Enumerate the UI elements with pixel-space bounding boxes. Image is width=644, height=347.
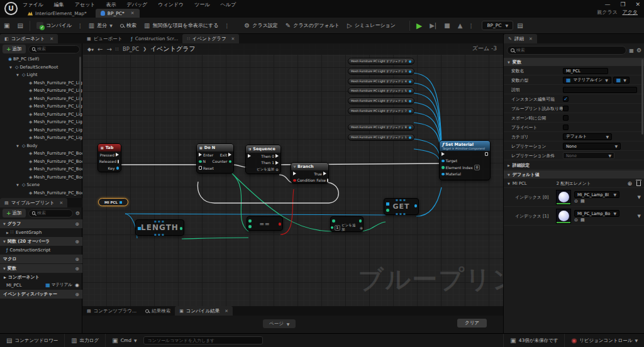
construction-script-item[interactable]: ƒ ConstructionScript <box>0 246 82 254</box>
cmd-dropdown[interactable]: ▣ Cmd▼ <box>106 334 143 347</box>
add-function-icon[interactable]: ⊕ <box>75 239 79 245</box>
browse-to-asset-icon[interactable]: ▤ <box>580 199 585 204</box>
exec-pin[interactable] <box>327 179 328 182</box>
variables-section-header[interactable]: ▼ 変数 ⊕ <box>0 264 82 273</box>
expose-on-spawn-checkbox[interactable] <box>563 115 569 121</box>
add-pin-icon[interactable]: ⊕ <box>360 226 363 230</box>
forward-arrow-icon[interactable]: → <box>106 46 111 53</box>
use-selected-icon[interactable]: ⊙ <box>574 199 578 204</box>
material-thumbnail[interactable] <box>556 209 571 224</box>
object-output-pin[interactable] <box>409 136 411 139</box>
close-icon[interactable]: ✕ <box>231 36 235 41</box>
details-search[interactable] <box>507 46 626 55</box>
variable-getter-node[interactable]: Mesh Furniture PC Light オブジェクト 2 <box>348 58 414 65</box>
tab-components[interactable]: ◧ コンポーネント✕ <box>0 34 58 43</box>
menu-asset[interactable]: アセット <box>75 1 96 8</box>
array-input-pin[interactable] <box>386 202 389 206</box>
material-asset-dropdown[interactable]: MI_PC_Lamp_Bo▼ <box>574 210 619 217</box>
exec-pin[interactable] <box>323 172 326 175</box>
close-tab-icon[interactable]: ✕ <box>131 11 135 16</box>
tab-details[interactable]: ✎ 詳細✕ <box>504 34 537 43</box>
int-pin[interactable] <box>199 160 202 163</box>
trash-icon[interactable] <box>636 181 641 186</box>
component-tree-item[interactable]: Mesh_Furniture_PC_Body_1 <box>0 150 82 158</box>
add-int-node[interactable]: 1 ピンを追加 ⊕ <box>330 216 364 232</box>
material-thumbnail[interactable] <box>556 190 571 205</box>
bool-output-pin[interactable] <box>279 223 282 226</box>
my-blueprint-search[interactable] <box>28 209 73 218</box>
add-variable-icon[interactable]: ⊕ <box>75 266 79 272</box>
chevron-down-icon[interactable]: ▼ <box>638 195 641 200</box>
expander-arrow-icon[interactable]: ▶ <box>6 231 9 234</box>
components-search-input[interactable] <box>37 47 76 52</box>
variable-type-dropdown[interactable]: ▦ マテリアルイン▼ <box>563 77 611 84</box>
parent-class-link[interactable]: アクタ <box>622 9 638 15</box>
tab-my-blueprint[interactable]: ▤ マイブループリント✕ <box>0 198 67 207</box>
int-input-pin-a[interactable] <box>248 219 252 223</box>
container-type-dropdown[interactable]: ▦▼ <box>613 77 630 84</box>
component-tree-item[interactable]: Mesh_Furniture_PC_Light_9 <box>0 134 82 142</box>
console-command-input[interactable] <box>143 336 263 344</box>
menu-help[interactable]: ヘルプ <box>221 1 236 8</box>
unsaved-assets-button[interactable]: ▣ 43個が未保存です <box>503 334 564 347</box>
class-defaults-button[interactable]: ✎ クラスのデフォルト <box>282 18 343 34</box>
set-material-node[interactable]: ƒ Set Material Target is Primitive Compo… <box>439 140 491 180</box>
object-output-pin[interactable] <box>409 90 411 92</box>
key-pin[interactable] <box>116 167 119 170</box>
expander-arrow-icon[interactable]: ▼ <box>16 144 21 148</box>
component-tree-item[interactable]: Mesh_Furniture_PC_Light_5 <box>0 102 82 111</box>
debug-object-dropdown[interactable]: BP_PC▼ <box>482 21 513 30</box>
component-tree-item[interactable]: Mesh_Furniture_PC_Body_2 <box>0 158 82 166</box>
sequence-node[interactable]: ⇉Sequence Then 0 Then 1 ピンを追加⊕ <box>245 145 281 174</box>
int-pin[interactable] <box>229 160 232 163</box>
expander-arrow-icon[interactable]: ▼ <box>16 183 21 187</box>
int-input-pin[interactable] <box>331 226 333 229</box>
exec-pin[interactable] <box>275 154 279 158</box>
menu-window[interactable]: ウィンドウ <box>158 1 184 8</box>
index-input-pin[interactable] <box>386 209 389 212</box>
exec-pin[interactable] <box>199 153 202 157</box>
my-blueprint-search-input[interactable] <box>37 211 69 216</box>
play-options-icon[interactable]: ⋮ <box>466 23 475 29</box>
event-graph-canvas[interactable]: ◆▼ ← → ∷ BP_PC ❯ イベントグラフ ズーム -3 ブループリント … <box>82 43 503 306</box>
exec-pin[interactable] <box>118 160 119 163</box>
mi-pcl-array-row[interactable]: ▼ MI PCL 2 配列エレメント ⊕ <box>504 179 644 188</box>
variable-getter-node[interactable]: Mesh Furniture PC Light オブジェクト 8 <box>348 124 414 131</box>
add-pin-icon[interactable]: ⊕ <box>275 167 279 172</box>
breadcrumb-root[interactable]: BP_PC <box>123 46 139 52</box>
exec-pin[interactable] <box>441 152 445 156</box>
category-dropdown[interactable]: デフォルト▼ <box>563 133 612 140</box>
exec-pin[interactable] <box>116 153 119 157</box>
hide-unrelated-button[interactable]: ▥ 無関係な項目を非表示にする <box>140 18 222 34</box>
details-scrollbar[interactable] <box>641 59 643 135</box>
element-index-pin[interactable] <box>441 166 445 169</box>
debug-browse-button[interactable]: ▤ <box>513 18 526 34</box>
tab-content-browser[interactable]: ▤ コンテンツブラウ... <box>82 306 141 316</box>
settings-gear-icon[interactable]: ⚙ <box>636 47 641 53</box>
variable-getter-node[interactable]: Mesh Furniture PC Light オブジェクト 1 <box>348 134 414 141</box>
exec-pin[interactable] <box>199 166 202 170</box>
default-value-section-header[interactable]: ▼デフォルト値 <box>504 170 644 179</box>
menu-view[interactable]: 表示 <box>106 1 116 8</box>
bookmark-icon[interactable]: ◆▼ <box>87 47 94 52</box>
tab-construction-script[interactable]: ƒ Construction Scr... <box>126 34 182 43</box>
component-tree-item[interactable]: Mesh_Furniture_PC_Light_8 <box>0 126 82 135</box>
use-selected-icon[interactable]: ⊙ <box>574 218 578 223</box>
component-tree-item[interactable]: Mesh_Furniture_PC_Body_3 <box>0 165 82 174</box>
add-macro-icon[interactable]: ⊕ <box>75 256 79 262</box>
diff-button[interactable]: ▥ 差分▼ <box>85 18 116 34</box>
settings-gear-icon[interactable]: ⚙ <box>75 211 80 216</box>
hide-unrelated-options-icon[interactable]: ⋮ <box>222 23 231 29</box>
display-filter-icon[interactable]: ▦ <box>629 48 634 53</box>
exec-pin[interactable] <box>228 153 231 157</box>
compile-options-icon[interactable]: ⋮ <box>75 23 85 29</box>
save-button[interactable]: ▣ <box>0 18 13 34</box>
int-input-pin-b[interactable] <box>248 225 252 228</box>
stop-button[interactable]: ■ <box>440 18 453 34</box>
length-node[interactable]: ▪▪▪ LENGTH ▪▪▪ <box>135 219 184 236</box>
variable-getter-node[interactable]: Mesh Furniture PC Light オブジェクト 3 <box>348 68 414 75</box>
component-tree-item[interactable]: Mesh_Furniture_PC_Light_2 <box>0 79 82 87</box>
find-button[interactable]: 検索 <box>116 18 140 34</box>
content-drawer-button[interactable]: ▤ コンテンツドロワー <box>0 334 65 347</box>
back-arrow-icon[interactable]: ← <box>97 46 103 53</box>
